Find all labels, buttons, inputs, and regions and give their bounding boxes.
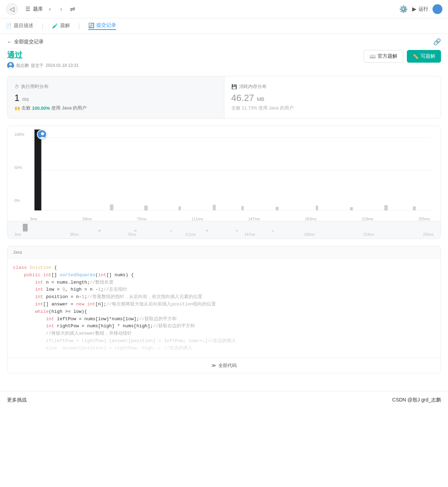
x-label-1: 39ms bbox=[82, 217, 92, 221]
header-right: ⚙️ ▶ 运行 bbox=[399, 4, 442, 14]
memory-icon: 💾 bbox=[231, 84, 237, 89]
memory-value: 46.27 MB bbox=[231, 93, 434, 103]
prev-problem-button[interactable]: ‹ bbox=[46, 5, 54, 13]
code-line-5: int position = n-1;//答案数组的指针，从后向前，依次指向插入… bbox=[13, 293, 435, 301]
svg-rect-16 bbox=[350, 207, 353, 210]
user-avatar-header[interactable] bbox=[433, 4, 442, 14]
expand-button-row: ≫ 全部代码 bbox=[7, 358, 441, 373]
time-panel: ⏱ 执行用时分布 1 ms 🙌 击败 100.00% 使用 Java 的用户 bbox=[7, 76, 224, 118]
more-challenges-label[interactable]: 更多挑战 bbox=[7, 397, 27, 403]
x-label-3: 111ms bbox=[192, 217, 203, 221]
chart-container: 100% 50% 0% bbox=[7, 126, 441, 239]
main-content: 通过 殷志鹏 提交于 2024.01.18 13:31 📖 官方题解 bbox=[0, 50, 448, 387]
run-button[interactable]: ▶ 运行 bbox=[412, 6, 428, 12]
svg-rect-17 bbox=[384, 205, 388, 210]
code-fade-overlay bbox=[7, 344, 441, 358]
run-play-icon: ▶ bbox=[412, 6, 416, 12]
back-button[interactable]: ← 全部提交记录 bbox=[7, 39, 44, 45]
code-line-2: public int[] sortedSquares(int[] nums) { bbox=[13, 272, 435, 279]
x-label-6: 219ms bbox=[362, 217, 373, 221]
y-label-50: 50% bbox=[14, 165, 27, 170]
tab-description-icon: 📄 bbox=[6, 23, 12, 29]
code-line-10: //将较大的插入answer数组，并移动指针 bbox=[13, 330, 435, 337]
debug-icon[interactable]: ⚙️ bbox=[399, 5, 408, 13]
svg-rect-11 bbox=[179, 207, 181, 211]
expand-label: 全部代码 bbox=[218, 362, 237, 369]
tab-divider-2: | bbox=[78, 22, 80, 30]
chart-mini: 3ms 39ms 75ms 111ms 147ms 183ms 219ms 25… bbox=[7, 221, 441, 239]
x-label-2: 75ms bbox=[137, 217, 146, 221]
submit-prefix: 提交于 bbox=[31, 63, 44, 69]
tab-records[interactable]: 🔄 提交记录 bbox=[88, 22, 116, 30]
code-line-1: class Solution { bbox=[13, 264, 435, 272]
svg-rect-15 bbox=[316, 205, 318, 210]
shuffle-button[interactable]: ⇌ bbox=[68, 5, 77, 13]
chart-main: 100% 50% 0% bbox=[7, 126, 441, 221]
y-label-0: 0% bbox=[14, 198, 27, 203]
code-line-3: int n = nums.length;//数组长度 bbox=[13, 279, 435, 286]
mini-chart-svg bbox=[14, 224, 434, 234]
tab-solution-label: 题解 bbox=[60, 23, 70, 29]
tab-divider-1: | bbox=[42, 22, 44, 30]
chart-svg bbox=[30, 129, 430, 210]
code-block: class Solution { public int[] sortedSqua… bbox=[7, 259, 441, 358]
expand-code-button[interactable]: ≫ 全部代码 bbox=[211, 362, 237, 369]
svg-rect-24 bbox=[236, 230, 238, 231]
book-icon: 📖 bbox=[370, 53, 376, 59]
svg-rect-22 bbox=[170, 230, 172, 231]
code-line-4: int low = 0, high = n -1;//左右指针 bbox=[13, 286, 435, 293]
expand-icon: ≫ bbox=[211, 363, 216, 368]
write-solution-button[interactable]: ✏️ 写题解 bbox=[407, 50, 441, 63]
chart-x-labels: 3ms 39ms 75ms 111ms 147ms 183ms 219ms 25… bbox=[30, 217, 430, 221]
chart-y-labels: 100% 50% 0% bbox=[14, 132, 27, 203]
tab-records-icon: 🔄 bbox=[88, 23, 94, 28]
memory-beat: 击败 11.73% 使用 Java 的用户 bbox=[231, 105, 434, 111]
problem-list-label[interactable]: 题库 bbox=[33, 6, 43, 12]
code-line-8: int leftPow = nums[low]*nums[low];//获取边的… bbox=[13, 316, 435, 323]
svg-rect-10 bbox=[144, 205, 148, 210]
hands-icon: 🙌 bbox=[14, 106, 20, 111]
next-problem-button[interactable]: › bbox=[57, 5, 65, 13]
status-right: 📖 官方题解 ✏️ 写题解 bbox=[364, 50, 441, 63]
time-value: 1 ms bbox=[14, 93, 217, 103]
x-label-0: 3ms bbox=[30, 217, 37, 221]
y-label-100: 100% bbox=[14, 132, 27, 137]
username: 殷志鹏 bbox=[16, 63, 29, 69]
svg-rect-19 bbox=[23, 224, 28, 232]
svg-rect-9 bbox=[110, 204, 114, 210]
svg-rect-13 bbox=[242, 206, 244, 210]
write-solution-label: 写题解 bbox=[421, 53, 435, 59]
code-line-9: int rightPow = nums[high] * nums[high];/… bbox=[13, 323, 435, 330]
code-language-label: Java bbox=[7, 246, 441, 259]
svg-rect-14 bbox=[276, 207, 279, 210]
link-icon[interactable]: 🔗 bbox=[433, 38, 441, 46]
header: ◁ ☰ 题库 ‹ › ⇌ ⚙️ ▶ 运行 bbox=[0, 0, 448, 18]
back-label: 全部提交记录 bbox=[14, 39, 44, 45]
clock-icon: ⏱ bbox=[14, 84, 19, 89]
x-label-5: 183ms bbox=[305, 217, 316, 221]
edit-icon: ✏️ bbox=[412, 53, 418, 59]
svg-rect-23 bbox=[206, 230, 208, 232]
tab-description[interactable]: 📄 题目描述 bbox=[6, 23, 33, 30]
footer: 更多挑战 CSDN @殷J grd_志鹏 bbox=[0, 391, 448, 409]
x-label-4: 147ms bbox=[248, 217, 260, 221]
user-avatar bbox=[7, 62, 14, 69]
code-section: Java class Solution { public int[] sorte… bbox=[7, 246, 441, 373]
status-passed-label: 通过 bbox=[7, 50, 78, 61]
avatar-marker bbox=[37, 129, 47, 139]
memory-panel-title: 💾 消耗内存分布 bbox=[231, 83, 434, 90]
stats-card: ⏱ 执行用时分布 1 ms 🙌 击败 100.00% 使用 Java 的用户 💾… bbox=[7, 76, 441, 119]
official-solution-button[interactable]: 📖 官方题解 bbox=[364, 50, 403, 63]
svg-rect-21 bbox=[134, 230, 137, 231]
code-line-6: int[] answer = new int[n];//每次都将较大值从后向前插… bbox=[13, 301, 435, 308]
svg-rect-25 bbox=[272, 230, 274, 231]
svg-rect-18 bbox=[413, 207, 416, 211]
tab-solution-icon: 🧪 bbox=[52, 23, 58, 29]
back-arrow-icon: ← bbox=[7, 39, 12, 45]
logo-icon[interactable]: ◁ bbox=[6, 3, 18, 15]
status-header: 通过 殷志鹏 提交于 2024.01.18 13:31 📖 官方题解 bbox=[7, 50, 441, 69]
official-solution-label: 官方题解 bbox=[378, 53, 397, 59]
submit-time: 2024.01.18 13:31 bbox=[46, 63, 78, 68]
tab-solution[interactable]: 🧪 题解 bbox=[52, 23, 70, 30]
chart-plot-area bbox=[30, 129, 430, 210]
